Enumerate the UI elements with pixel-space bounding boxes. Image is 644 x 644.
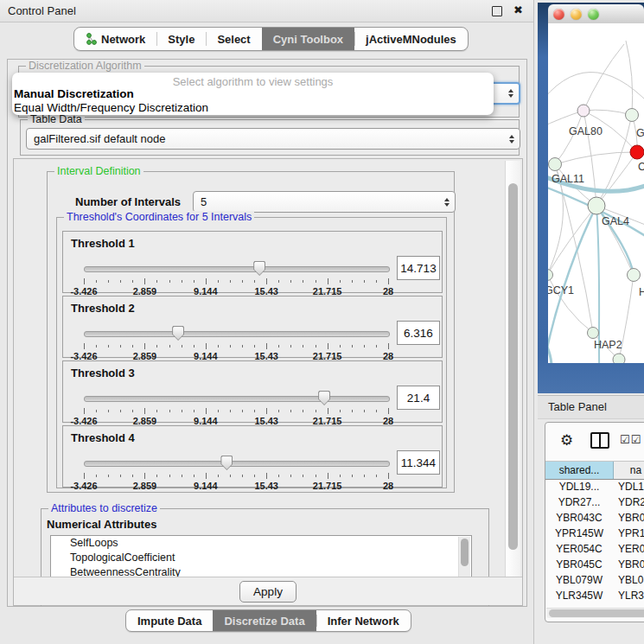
slider-thumb[interactable]: [220, 456, 233, 470]
table-cell[interactable]: YDR2: [613, 494, 644, 510]
table-cell[interactable]: YDR27...: [545, 494, 613, 510]
table-cell[interactable]: YIL0: [613, 603, 644, 607]
network-node[interactable]: [548, 270, 553, 281]
checkbox-icons[interactable]: ☑☑: [620, 433, 641, 446]
slider-tick: [169, 345, 170, 348]
network-node[interactable]: [613, 354, 625, 363]
slider-track[interactable]: [84, 396, 390, 402]
threshold-value-field[interactable]: 14.713: [397, 256, 440, 280]
list-scrollbar[interactable]: [458, 537, 470, 580]
network-canvas[interactable]: GAL80GAL11GAL4GCY1HAP2GCH: [548, 23, 644, 363]
network-node[interactable]: [588, 197, 605, 214]
slider-thumb[interactable]: [318, 391, 330, 405]
columns-icon[interactable]: [590, 432, 609, 449]
threshold-1-slider[interactable]: -3.4262.8599.14415.4321.71528: [84, 260, 388, 291]
table-row[interactable]: YLR345WYLR3: [545, 588, 644, 603]
slider-track[interactable]: [84, 266, 390, 272]
table-row[interactable]: YBR043CYBR0: [545, 510, 644, 526]
table-row[interactable]: YBR045CYBR0: [545, 557, 644, 572]
scrollbar-thumb[interactable]: [549, 609, 644, 617]
minimize-traffic-light[interactable]: [571, 9, 582, 20]
table-cell[interactable]: YIL052C: [545, 603, 613, 607]
float-window-icon[interactable]: [492, 6, 502, 16]
dropdown-item-manual-discretization[interactable]: Manual Discretization: [14, 87, 134, 100]
network-edge[interactable]: [596, 152, 637, 206]
slider-tick: [352, 280, 353, 283]
table-row[interactable]: YDL19...YDL1: [545, 479, 644, 494]
slider-tick: [364, 345, 365, 348]
table-cell[interactable]: YBR043C: [545, 510, 613, 526]
table-cell[interactable]: YLR3: [613, 588, 644, 603]
close-traffic-light[interactable]: [553, 9, 564, 20]
table-row[interactable]: YBL079WYBL0: [545, 572, 644, 588]
horizontal-scrollbar[interactable]: [546, 608, 644, 618]
table-cell[interactable]: YER054C: [545, 541, 613, 557]
network-node[interactable]: [577, 105, 590, 117]
network-node[interactable]: [549, 158, 562, 171]
slider-thumb[interactable]: [172, 326, 184, 341]
scrollbar-thumb[interactable]: [461, 539, 469, 566]
tab-style[interactable]: Style: [156, 28, 206, 50]
close-icon[interactable]: ✖: [513, 3, 523, 16]
column-header-shared-name[interactable]: shared...: [545, 462, 614, 479]
tab-cyni-toolbox[interactable]: Cyni Toolbox: [262, 28, 354, 50]
table-cell[interactable]: YBR0: [613, 557, 644, 572]
gear-icon[interactable]: ⚙: [560, 431, 573, 450]
slider-thumb[interactable]: [253, 261, 265, 276]
table-cell[interactable]: YBL079W: [545, 572, 613, 588]
network-edge[interactable]: [555, 152, 637, 164]
tab-jactivemnodules[interactable]: jActiveMNodules: [354, 28, 468, 50]
threshold-2-slider[interactable]: -3.4262.8599.14415.4321.71528: [84, 325, 388, 356]
tab-discretize-data[interactable]: Discretize Data: [213, 610, 316, 631]
table-cell[interactable]: YPR1: [613, 526, 644, 541]
table-row[interactable]: YPR145WYPR1: [545, 526, 644, 541]
table-cell[interactable]: YBR0: [613, 510, 644, 526]
slider-tick: [242, 475, 243, 477]
network-edge[interactable]: [548, 72, 644, 106]
slider-track[interactable]: [84, 331, 390, 337]
network-edge[interactable]: [626, 41, 633, 115]
tab-impute-data[interactable]: Impute Data: [126, 610, 213, 631]
table-cell[interactable]: YBL0: [613, 572, 644, 588]
network-node[interactable]: [630, 145, 644, 159]
numerical-attributes-list[interactable]: SelfLoopsTopologicalCoefficientBetweenne…: [50, 535, 472, 582]
table-row[interactable]: YDR27...YDR2: [545, 494, 644, 510]
attribute-list-item[interactable]: SelfLoops: [51, 536, 471, 551]
apply-button[interactable]: Apply: [239, 581, 296, 603]
tab-network[interactable]: Network: [74, 28, 156, 50]
table-cell[interactable]: YER0: [613, 541, 644, 557]
slider-tick: [316, 475, 316, 477]
network-window-titlebar[interactable]: [548, 4, 644, 24]
slider-tick: [328, 408, 328, 414]
table-cell[interactable]: YDL19...: [545, 479, 613, 494]
tab-infer-network[interactable]: Infer Network: [316, 610, 411, 631]
slider-track[interactable]: [84, 461, 390, 467]
network-edge[interactable]: [583, 44, 624, 111]
threshold-3-slider[interactable]: -3.4262.8599.14415.4321.71528: [84, 390, 388, 421]
column-header-name[interactable]: na: [614, 462, 644, 479]
table-cell[interactable]: YPR145W: [545, 526, 613, 541]
table-cell[interactable]: YLR345W: [545, 588, 613, 603]
network-edge[interactable]: [555, 111, 583, 164]
scrollbar-thumb[interactable]: [508, 183, 518, 550]
table-row[interactable]: YIL052CYIL0: [545, 603, 644, 607]
network-node[interactable]: [628, 269, 641, 282]
slider-tick: [108, 475, 109, 477]
threshold-4-slider[interactable]: -3.4262.8599.14415.4321.71528: [84, 455, 388, 486]
network-node[interactable]: [588, 328, 599, 339]
zoom-traffic-light[interactable]: [588, 9, 599, 20]
threshold-value-field[interactable]: 11.344: [397, 450, 440, 475]
threshold-value-field[interactable]: 6.316: [397, 321, 440, 345]
table-cell[interactable]: YBR045C: [545, 557, 613, 572]
threshold-value-field[interactable]: 21.4: [397, 386, 440, 410]
table-data-combo[interactable]: galFiltered.sif default node: [26, 128, 520, 150]
table-cell[interactable]: YDL1: [613, 479, 644, 494]
network-view-frame: GAL80GAL11GAL4GCY1HAP2GCH: [538, 3, 644, 393]
table-row[interactable]: YER054CYER0: [545, 541, 644, 557]
vertical-scrollbar[interactable]: [505, 161, 520, 603]
tab-select[interactable]: Select: [206, 28, 261, 50]
network-node[interactable]: [626, 109, 639, 122]
dropdown-item-equal-width-frequency[interactable]: Equal Width/Frequency Discretization: [14, 101, 208, 114]
attribute-list-item[interactable]: TopologicalCoefficient: [51, 551, 471, 565]
number-of-intervals-combo[interactable]: 5: [193, 191, 456, 213]
